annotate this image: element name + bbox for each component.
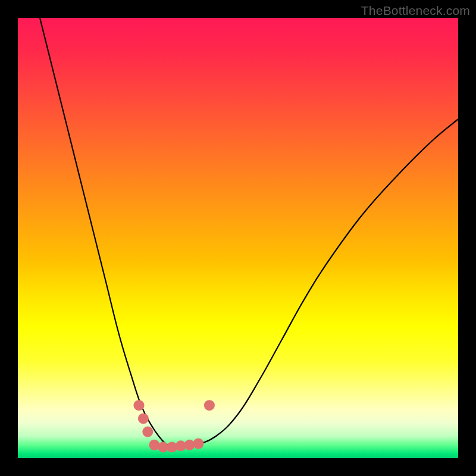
bottleneck-curve [40, 18, 458, 446]
marker-point [134, 400, 145, 411]
marker-point [193, 439, 203, 449]
chart-frame: TheBottleneck.com [0, 0, 476, 476]
marker-point [142, 427, 153, 437]
marker-point [138, 413, 149, 424]
highlight-markers [134, 400, 215, 452]
watermark-text: TheBottleneck.com [361, 4, 470, 18]
chart-svg [18, 18, 458, 458]
plot-area [18, 18, 458, 458]
marker-point [204, 400, 215, 411]
